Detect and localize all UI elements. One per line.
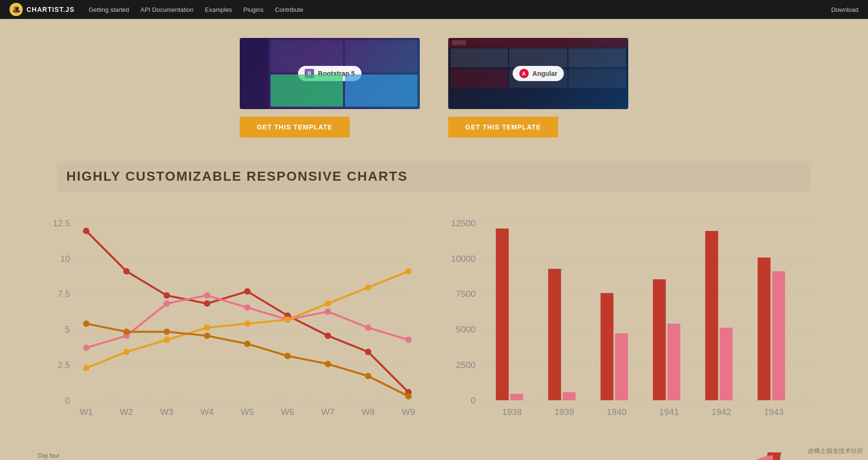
svg-text:W5: W5	[241, 407, 254, 417]
svg-text:1941: 1941	[659, 407, 679, 417]
svg-point-48	[83, 321, 90, 327]
get-template-bootstrap-button[interactable]: GET THIS TEMPLATE	[240, 117, 350, 138]
svg-rect-82	[668, 324, 680, 401]
svg-text:0: 0	[65, 396, 70, 405]
svg-text:12500: 12500	[451, 218, 476, 228]
svg-text:1943: 1943	[764, 407, 784, 417]
nav-api-docs[interactable]: API Documentation	[141, 6, 194, 13]
svg-text:W1: W1	[80, 407, 93, 417]
svg-text:W4: W4	[200, 407, 214, 417]
mock-ui-angular	[448, 38, 628, 109]
main-content: B Bootstrap 5 GET THIS TEMPLATE	[0, 19, 868, 460]
svg-point-27	[325, 332, 331, 339]
svg-text:1938: 1938	[502, 407, 522, 417]
svg-rect-78	[563, 392, 576, 400]
svg-point-52	[244, 340, 251, 347]
svg-point-28	[365, 349, 371, 355]
section-title-wrapper: HIGHLY CUSTOMIZABLE RESPONSIVE CHARTS	[57, 161, 811, 192]
nav-contribute[interactable]: Contribute	[275, 6, 303, 13]
bar-chart-container: 12500 10000 7500 5000 2500 0 1938 1939 1…	[443, 206, 830, 433]
svg-text:W9: W9	[402, 407, 415, 417]
svg-point-21	[83, 228, 90, 234]
svg-point-44	[284, 316, 291, 323]
mock-panel-3	[271, 74, 343, 107]
mock-sidebar	[240, 38, 268, 109]
svg-point-39	[83, 365, 90, 371]
nav-examples[interactable]: Examples	[205, 6, 232, 13]
brand-title: CHARTIST.JS	[27, 6, 74, 13]
svg-point-49	[123, 329, 130, 335]
svg-text:W8: W8	[362, 407, 375, 417]
svg-point-25	[244, 288, 251, 295]
svg-point-37	[365, 324, 371, 331]
svg-point-22	[123, 268, 130, 275]
svg-text:W7: W7	[321, 407, 335, 417]
svg-point-45	[325, 300, 331, 307]
navbar-right: Download	[831, 5, 859, 14]
svg-text:1940: 1940	[607, 407, 627, 417]
bottom-charts: Day four Day one	[0, 452, 868, 460]
svg-point-50	[163, 329, 170, 335]
svg-point-30	[83, 345, 90, 351]
svg-point-47	[405, 268, 412, 275]
svg-point-43	[244, 321, 251, 327]
pie-chart-container: Day four Day one	[38, 452, 425, 460]
svg-point-24	[204, 300, 210, 307]
svg-text:1939: 1939	[554, 407, 574, 417]
svg-text:12.5: 12.5	[53, 218, 70, 228]
navbar-brand[interactable]: 🎩 CHARTIST.JS	[9, 3, 74, 16]
svg-point-33	[204, 292, 210, 299]
svg-rect-80	[615, 333, 628, 400]
mock-panel-2	[345, 40, 417, 73]
svg-text:2500: 2500	[456, 360, 476, 370]
bar-chart-svg: 12500 10000 7500 5000 2500 0 1938 1939 1…	[443, 206, 830, 433]
card-image-angular: A Angular	[448, 38, 628, 109]
svg-point-40	[123, 349, 130, 355]
svg-text:7500: 7500	[456, 289, 476, 299]
svg-point-55	[365, 373, 371, 379]
svg-text:W6: W6	[281, 407, 294, 417]
nav-plugins[interactable]: Plugins	[244, 6, 264, 13]
svg-point-53	[284, 353, 291, 359]
svg-point-36	[325, 308, 331, 315]
nav-download[interactable]: Download	[831, 6, 859, 13]
section-title: HIGHLY CUSTOMIZABLE RESPONSIVE CHARTS	[66, 169, 802, 184]
mock-panel-4	[345, 74, 417, 107]
svg-rect-77	[548, 269, 561, 400]
brand-logo-icon: 🎩	[9, 3, 23, 16]
line-chart-svg: 12.5 10 7.5 5 2.5 0 W1 W2 W3 W4 W5 W6 W7…	[38, 206, 425, 433]
nav-getting-started[interactable]: Getting started	[89, 6, 129, 13]
donut-chart-container	[443, 452, 830, 460]
svg-point-41	[163, 337, 170, 343]
mock-content	[271, 40, 417, 107]
svg-text:W2: W2	[120, 407, 133, 417]
svg-point-56	[405, 393, 412, 400]
svg-text:10000: 10000	[451, 254, 476, 264]
svg-point-32	[163, 300, 170, 307]
svg-rect-86	[772, 271, 785, 400]
svg-rect-75	[496, 229, 509, 400]
svg-point-23	[163, 292, 170, 299]
svg-rect-79	[601, 293, 614, 400]
svg-point-42	[204, 324, 210, 331]
svg-point-51	[204, 332, 210, 339]
svg-rect-81	[653, 279, 666, 400]
svg-point-54	[325, 361, 331, 368]
svg-rect-76	[510, 394, 523, 400]
navbar-links: Getting started API Documentation Exampl…	[89, 6, 831, 13]
svg-point-34	[244, 304, 251, 311]
line-chart-container: 12.5 10 7.5 5 2.5 0 W1 W2 W3 W4 W5 W6 W7…	[38, 206, 425, 433]
watermark: @稀土掘金技术社区	[808, 447, 863, 455]
navbar: 🎩 CHARTIST.JS Getting started API Docume…	[0, 0, 868, 19]
svg-text:2.5: 2.5	[58, 360, 70, 370]
svg-rect-83	[705, 231, 718, 400]
svg-point-46	[365, 284, 371, 291]
charts-section: 12.5 10 7.5 5 2.5 0 W1 W2 W3 W4 W5 W6 W7…	[0, 206, 868, 433]
get-template-angular-button[interactable]: GET THIS TEMPLATE	[448, 117, 558, 138]
svg-text:5: 5	[65, 324, 70, 334]
template-card-bootstrap: B Bootstrap 5 GET THIS TEMPLATE	[240, 38, 420, 138]
svg-text:1942: 1942	[712, 407, 732, 417]
mock-panel-1	[271, 40, 343, 73]
template-cards: B Bootstrap 5 GET THIS TEMPLATE	[0, 28, 868, 152]
card-image-bootstrap: B Bootstrap 5	[240, 38, 420, 109]
